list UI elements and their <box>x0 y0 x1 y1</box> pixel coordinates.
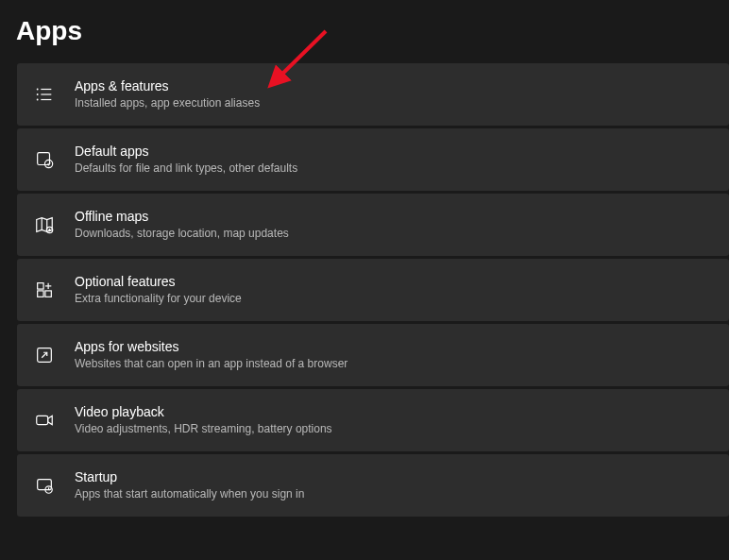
offline-maps-icon <box>34 214 55 235</box>
item-title: Default apps <box>75 143 297 160</box>
default-apps-icon <box>34 149 55 170</box>
settings-item-default-apps[interactable]: Default apps Defaults for file and link … <box>17 128 729 191</box>
item-subtitle: Defaults for file and link types, other … <box>75 161 297 177</box>
startup-icon <box>34 475 55 496</box>
item-text: Default apps Defaults for file and link … <box>75 143 297 177</box>
settings-item-offline-maps[interactable]: Offline maps Downloads, storage location… <box>17 194 729 256</box>
optional-features-icon <box>34 280 55 300</box>
svg-rect-6 <box>38 153 50 165</box>
item-title: Video playback <box>75 403 332 420</box>
item-title: Apps & features <box>75 77 260 94</box>
apps-features-icon <box>34 84 55 105</box>
item-text: Apps & features Installed apps, app exec… <box>75 77 260 111</box>
item-subtitle: Downloads, storage location, map updates <box>75 226 289 242</box>
item-subtitle: Video adjustments, HDR streaming, batter… <box>75 421 332 437</box>
svg-rect-14 <box>45 291 51 297</box>
apps-websites-icon <box>34 345 55 365</box>
settings-item-apps-websites[interactable]: Apps for websites Websites that can open… <box>17 324 729 386</box>
settings-item-apps-features[interactable]: Apps & features Installed apps, app exec… <box>17 63 729 126</box>
item-title: Apps for websites <box>75 338 348 355</box>
video-playback-icon <box>34 410 55 431</box>
settings-item-video-playback[interactable]: Video playback Video adjustments, HDR st… <box>17 389 729 451</box>
item-text: Offline maps Downloads, storage location… <box>75 208 289 242</box>
svg-point-7 <box>44 160 52 167</box>
settings-item-startup[interactable]: Startup Apps that start automatically wh… <box>17 454 729 517</box>
item-title: Optional features <box>75 273 242 290</box>
settings-list: Apps & features Installed apps, app exec… <box>0 63 729 517</box>
page-title: Apps <box>0 0 729 63</box>
svg-rect-18 <box>37 416 48 424</box>
item-subtitle: Websites that can open in an app instead… <box>75 356 348 372</box>
item-text: Video playback Video adjustments, HDR st… <box>75 403 332 437</box>
item-text: Startup Apps that start automatically wh… <box>75 468 304 502</box>
item-subtitle: Apps that start automatically when you s… <box>75 486 304 502</box>
item-title: Startup <box>75 468 304 485</box>
item-text: Apps for websites Websites that can open… <box>75 338 348 372</box>
settings-item-optional-features[interactable]: Optional features Extra functionality fo… <box>17 259 729 321</box>
item-text: Optional features Extra functionality fo… <box>75 273 242 307</box>
item-subtitle: Installed apps, app execution aliases <box>75 95 260 111</box>
item-subtitle: Extra functionality for your device <box>75 291 242 307</box>
svg-rect-12 <box>38 283 43 289</box>
svg-rect-13 <box>38 291 43 297</box>
item-title: Offline maps <box>75 208 289 225</box>
